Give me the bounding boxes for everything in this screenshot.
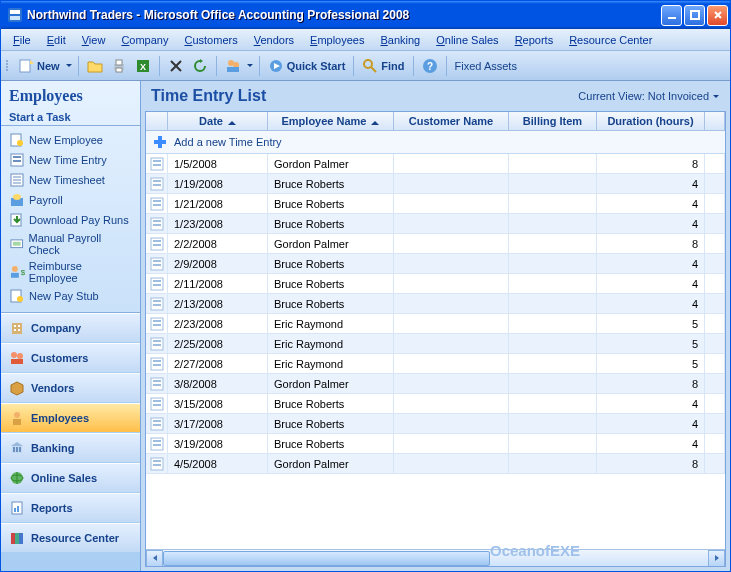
minimize-button[interactable] [661,5,682,26]
menu-banking[interactable]: Banking [372,32,428,48]
nav-online-sales[interactable]: Online Sales [1,463,140,493]
cell-employee: Bruce Roberts [268,254,394,273]
cell-duration: 5 [597,334,705,353]
table-row[interactable]: 3/8/2008Gordon Palmer8 [146,374,725,394]
menu-online-sales[interactable]: Online Sales [428,32,506,48]
svg-marker-116 [715,555,719,561]
scroll-left-button[interactable] [146,550,163,567]
cell-employee: Eric Raymond [268,334,394,353]
grid-header-customer[interactable]: Customer Name [394,112,509,130]
nav-customers[interactable]: Customers [1,343,140,373]
table-row[interactable]: 4/5/2008Gordon Palmer8 [146,454,725,474]
refresh-button[interactable] [189,55,211,77]
task-reimburse-employee[interactable]: $Reimburse Employee [5,258,136,286]
svg-rect-113 [153,460,161,462]
table-row[interactable]: 2/11/2008Bruce Roberts4 [146,274,725,294]
table-row[interactable]: 2/23/2008Eric Raymond5 [146,314,725,334]
task-download-pay-runs[interactable]: Download Pay Runs [5,210,136,230]
cell-billing [509,154,597,173]
task-manual-payroll-check[interactable]: Manual Payroll Check [5,230,136,258]
task-icon [9,132,25,148]
grid-header-employee[interactable]: Employee Name [268,112,394,130]
svg-rect-101 [153,380,161,382]
nav-resource-center[interactable]: Resource Center [1,523,140,553]
nav-employees[interactable]: Employees [1,403,140,433]
menu-resource-center[interactable]: Resource Center [561,32,660,48]
excel-button[interactable]: X [132,55,154,77]
print-button[interactable] [108,55,130,77]
globe-icon [9,470,25,486]
app-body: Employees Start a Task New EmployeeNew T… [1,81,730,571]
grid-header-duration[interactable]: Duration (hours) [597,112,705,130]
menu-customers[interactable]: Customers [176,32,245,48]
current-view-selector[interactable]: Current View: Not Invoiced [578,85,720,107]
cell-date: 3/17/2008 [168,414,268,433]
task-new-timesheet[interactable]: New Timesheet [5,170,136,190]
nav-company[interactable]: Company [1,313,140,343]
menu-file[interactable]: File [5,32,39,48]
table-row[interactable]: 1/23/2008Bruce Roberts4 [146,214,725,234]
nav-vendors[interactable]: Vendors [1,373,140,403]
task-label: Reimburse Employee [29,260,132,284]
svg-text:$: $ [21,268,25,277]
menu-employees[interactable]: Employees [302,32,372,48]
delete-button[interactable] [165,55,187,77]
task-new-employee[interactable]: New Employee [5,130,136,150]
menu-vendors[interactable]: Vendors [246,32,302,48]
table-row[interactable]: 1/21/2008Bruce Roberts4 [146,194,725,214]
task-new-time-entry[interactable]: New Time Entry [5,150,136,170]
table-row[interactable]: 1/5/2008Gordon Palmer8 [146,154,725,174]
fixedassets-button[interactable]: Fixed Assets [452,55,520,77]
table-row[interactable]: 2/9/2008Bruce Roberts4 [146,254,725,274]
svg-rect-78 [153,224,161,226]
accounts-button[interactable] [222,55,244,77]
new-dropdown[interactable] [65,55,73,77]
add-row[interactable]: Add a new Time Entry [146,131,725,154]
table-row[interactable]: 3/19/2008Bruce Roberts4 [146,434,725,454]
menu-company[interactable]: Company [113,32,176,48]
cell-duration: 8 [597,234,705,253]
task-payroll[interactable]: Payroll [5,190,136,210]
svg-rect-66 [154,140,166,144]
scroll-thumb[interactable] [163,551,490,566]
help-button[interactable]: ? [419,55,441,77]
horizontal-scrollbar[interactable] [146,549,725,566]
nav-label: Employees [31,412,89,424]
svg-rect-62 [11,533,15,544]
accounts-dropdown[interactable] [246,55,254,77]
nav-label: Online Sales [31,472,97,484]
grid-header-billing[interactable]: Billing Item [509,112,597,130]
menu-view[interactable]: View [74,32,114,48]
toolbar-grip[interactable] [5,55,11,77]
table-row[interactable]: 2/13/2008Bruce Roberts4 [146,294,725,314]
quickstart-button[interactable]: Quick Start [265,55,349,77]
table-row[interactable]: 3/17/2008Bruce Roberts4 [146,414,725,434]
grid-header-rest[interactable] [705,112,725,130]
table-row[interactable]: 2/27/2008Eric Raymond5 [146,354,725,374]
new-button[interactable]: New [15,55,63,77]
task-label: New Timesheet [29,174,105,186]
table-row[interactable]: 2/25/2008Eric Raymond5 [146,334,725,354]
find-button[interactable]: Find [359,55,407,77]
grid-header-icon[interactable] [146,112,168,130]
table-row[interactable]: 3/15/2008Bruce Roberts4 [146,394,725,414]
maximize-button[interactable] [684,5,705,26]
table-row[interactable]: 2/2/2008Gordon Palmer8 [146,234,725,254]
grid-header-date[interactable]: Date [168,112,268,130]
close-button[interactable] [707,5,728,26]
nav-reports[interactable]: Reports [1,493,140,523]
open-button[interactable] [84,55,106,77]
row-icon [146,394,168,413]
task-new-pay-stub[interactable]: New Pay Stub [5,286,136,306]
sidebar-title: Employees [1,81,140,109]
table-row[interactable]: 1/19/2008Bruce Roberts4 [146,174,725,194]
task-icon: $ [9,264,25,280]
task-icon [9,152,25,168]
menu-reports[interactable]: Reports [507,32,562,48]
scroll-right-button[interactable] [708,550,725,567]
cell-rest [705,394,725,413]
menu-edit[interactable]: Edit [39,32,74,48]
scroll-track[interactable] [163,550,708,567]
cell-employee: Bruce Roberts [268,194,394,213]
nav-banking[interactable]: Banking [1,433,140,463]
